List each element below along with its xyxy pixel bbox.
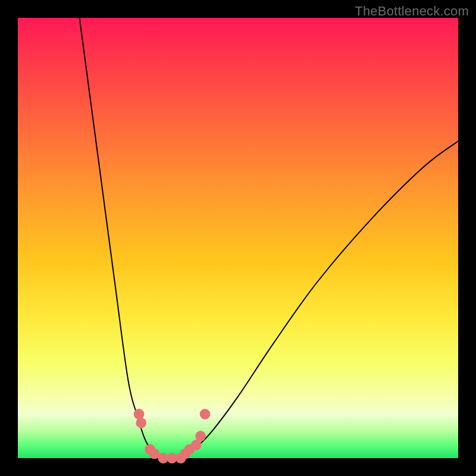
curve-svg: [18, 18, 458, 458]
bottleneck-curve-right: [181, 141, 458, 458]
marker-dot: [134, 409, 145, 419]
plot-area: [18, 18, 458, 458]
markers-group: [134, 409, 211, 464]
marker-dot: [200, 409, 211, 419]
marker-dot: [195, 431, 206, 441]
marker-dot: [136, 418, 146, 428]
bottleneck-curve-left: [80, 18, 164, 458]
watermark-text: TheBottleneck.com: [355, 4, 469, 19]
chart-frame: TheBottleneck.com: [0, 0, 476, 476]
